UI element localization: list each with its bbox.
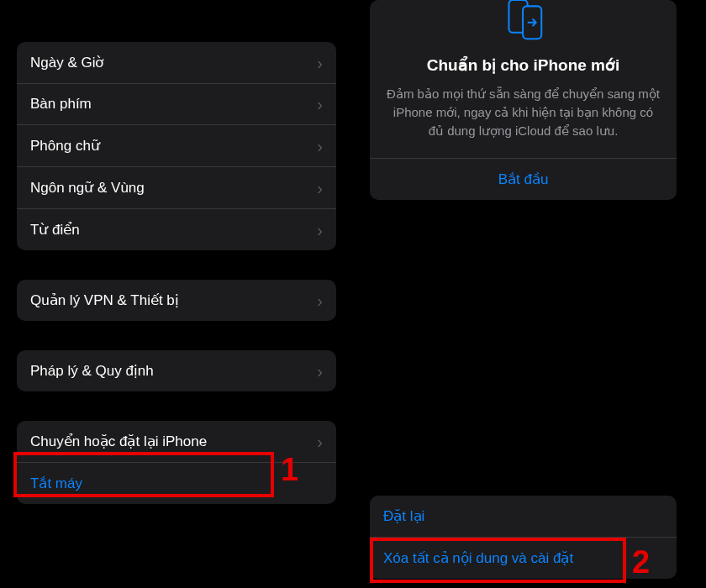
settings-group-vpn: Quản lý VPN & Thiết bị › xyxy=(17,280,336,321)
row-language-region[interactable]: Ngôn ngữ & Vùng › xyxy=(17,166,336,208)
chevron-right-icon: › xyxy=(317,292,323,309)
reset-actions-group: Đặt lại Xóa tất cả nội dung và cài đặt xyxy=(370,496,677,579)
get-started-button[interactable]: Bắt đầu xyxy=(387,159,660,200)
row-legal[interactable]: Pháp lý & Quy định › xyxy=(17,350,336,391)
chevron-right-icon: › xyxy=(317,363,323,380)
row-label: Chuyển hoặc đặt lại iPhone xyxy=(30,433,207,450)
prepare-title: Chuẩn bị cho iPhone mới xyxy=(387,55,660,75)
settings-group-general: Ngày & Giờ › Bàn phím › Phông chữ › Ngôn… xyxy=(17,42,336,250)
row-label: Ngôn ngữ & Vùng xyxy=(30,179,145,197)
row-label: Quản lý VPN & Thiết bị xyxy=(30,291,179,309)
settings-group-legal: Pháp lý & Quy định › xyxy=(17,350,336,391)
settings-group-reset: Chuyển hoặc đặt lại iPhone › Tắt máy xyxy=(17,421,336,504)
prepare-description: Đảm bảo mọi thứ sẵn sàng để chuyển sang … xyxy=(387,85,660,139)
row-label: Phông chữ xyxy=(30,137,100,155)
row-label: Ngày & Giờ xyxy=(30,54,103,71)
row-fonts[interactable]: Phông chữ › xyxy=(17,124,336,166)
phone-transfer-icon xyxy=(498,0,549,40)
prepare-iphone-card: Chuẩn bị cho iPhone mới Đảm bảo mọi thứ … xyxy=(370,0,677,200)
chevron-right-icon: › xyxy=(317,222,323,239)
chevron-right-icon: › xyxy=(317,96,323,113)
row-label: Pháp lý & Quy định xyxy=(30,362,154,380)
row-date-time[interactable]: Ngày & Giờ › xyxy=(17,42,336,83)
row-label: Bàn phím xyxy=(30,96,92,113)
row-transfer-reset[interactable]: Chuyển hoặc đặt lại iPhone › xyxy=(17,421,336,462)
row-vpn-device[interactable]: Quản lý VPN & Thiết bị › xyxy=(17,280,336,321)
chevron-right-icon: › xyxy=(317,55,323,71)
reset-button[interactable]: Đặt lại xyxy=(370,496,677,537)
row-label: Tắt máy xyxy=(30,475,82,492)
row-dictionary[interactable]: Từ điển › xyxy=(17,208,336,250)
row-shutdown[interactable]: Tắt máy xyxy=(17,462,336,504)
erase-all-button[interactable]: Xóa tất cả nội dung và cài đặt xyxy=(370,537,677,579)
row-label: Từ điển xyxy=(30,221,80,239)
chevron-right-icon: › xyxy=(317,138,323,155)
chevron-right-icon: › xyxy=(317,180,323,197)
row-keyboard[interactable]: Bàn phím › xyxy=(17,83,336,124)
chevron-right-icon: › xyxy=(317,433,323,450)
